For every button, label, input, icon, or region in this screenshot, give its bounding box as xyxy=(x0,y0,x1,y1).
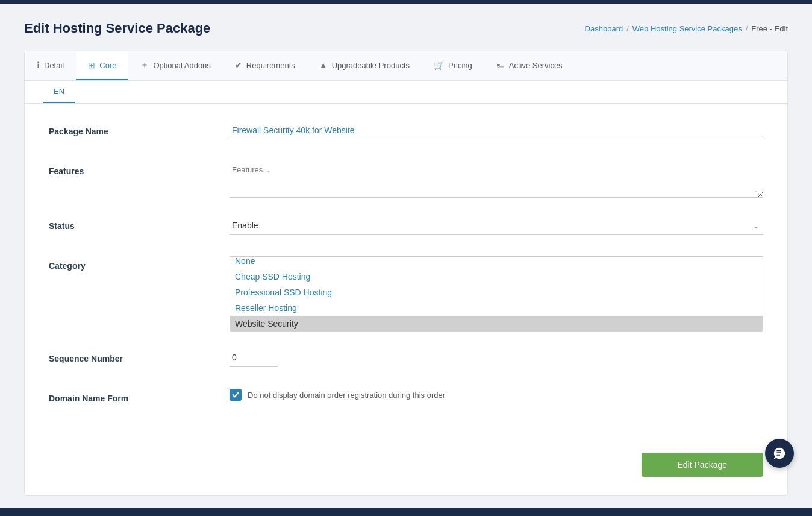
tab-active-services[interactable]: 🏷 Active Services xyxy=(484,51,575,80)
form-row-features: Features ⋱ xyxy=(49,162,763,200)
breadcrumb-current: Free - Edit xyxy=(751,24,788,33)
tab-pricing[interactable]: 🛒 Pricing xyxy=(422,51,484,80)
chat-button[interactable] xyxy=(765,439,794,468)
domain-checkbox-row: Do not display domain order registration… xyxy=(230,389,763,401)
form-row-status: Status Enable Disable ⌄ xyxy=(49,216,763,239)
sequence-label: Sequence Number xyxy=(49,349,230,363)
features-control: ⋱ xyxy=(230,162,763,200)
main-card: ℹ Detail ⊞ Core ＋ Optional Addons ✔ Requ… xyxy=(24,51,788,496)
plus-icon: ＋ xyxy=(140,60,149,71)
tab-detail-label: Detail xyxy=(44,61,64,70)
tab-bar: ℹ Detail ⊞ Core ＋ Optional Addons ✔ Requ… xyxy=(25,51,787,81)
tab-requirements[interactable]: ✔ Requirements xyxy=(223,51,307,80)
package-name-control xyxy=(230,122,763,139)
category-listbox-wrap: None Cheap SSD Hosting Professional SSD … xyxy=(230,256,763,332)
breadcrumb-sep-2: / xyxy=(746,24,748,33)
edit-package-button[interactable]: Edit Package xyxy=(642,453,764,477)
tab-pricing-label: Pricing xyxy=(448,61,472,70)
lang-tab-en[interactable]: EN xyxy=(43,81,75,103)
tab-core-label: Core xyxy=(99,61,116,70)
package-name-label: Package Name xyxy=(49,122,230,136)
grid-icon: ⊞ xyxy=(88,60,95,70)
tag-icon: 🏷 xyxy=(496,60,505,70)
form-row-category: Category None Cheap SSD Hosting Professi… xyxy=(49,256,763,332)
info-icon: ℹ xyxy=(37,60,40,70)
domain-checkbox-label: Do not display domain order registration… xyxy=(248,391,445,400)
tab-core[interactable]: ⊞ Core xyxy=(76,51,128,80)
package-name-input[interactable] xyxy=(230,122,763,139)
category-control: None Cheap SSD Hosting Professional SSD … xyxy=(230,256,763,332)
category-listbox[interactable]: None Cheap SSD Hosting Professional SSD … xyxy=(230,257,763,332)
status-label: Status xyxy=(49,216,230,231)
status-control: Enable Disable ⌄ xyxy=(230,216,763,235)
page-title: Edit Hosting Service Package xyxy=(24,20,210,36)
arrow-up-icon: ▲ xyxy=(319,60,328,70)
status-select[interactable]: Enable Disable xyxy=(230,216,763,234)
check-icon xyxy=(232,391,239,398)
breadcrumb: Dashboard / Web Hosting Service Packages… xyxy=(585,24,788,33)
form-row-sequence: Sequence Number xyxy=(49,349,763,372)
status-select-wrap: Enable Disable ⌄ xyxy=(230,216,763,235)
tab-optional-addons[interactable]: ＋ Optional Addons xyxy=(128,51,222,80)
sequence-control xyxy=(230,349,763,367)
form-row-package-name: Package Name xyxy=(49,122,763,145)
submit-row: Edit Package xyxy=(25,447,787,495)
textarea-resize-handle: ⋱ xyxy=(755,190,762,198)
tab-optional-addons-label: Optional Addons xyxy=(153,61,210,70)
domain-checkbox[interactable] xyxy=(230,389,242,401)
tab-active-services-label: Active Services xyxy=(509,61,563,70)
tab-upgradeable-products[interactable]: ▲ Upgradeable Products xyxy=(307,51,422,80)
cart-icon: 🛒 xyxy=(434,60,444,70)
tab-detail[interactable]: ℹ Detail xyxy=(25,51,76,80)
breadcrumb-dashboard[interactable]: Dashboard xyxy=(585,24,623,33)
sequence-input[interactable] xyxy=(230,349,278,367)
domain-name-form-control: Do not display domain order registration… xyxy=(230,389,763,401)
breadcrumb-packages[interactable]: Web Hosting Service Packages xyxy=(632,24,742,33)
breadcrumb-sep-1: / xyxy=(626,24,629,33)
footer: Copyright © 2023 All Rights Reserved. Po… xyxy=(0,508,812,516)
lang-tab-row: EN xyxy=(25,81,787,104)
form-row-domain: Domain Name Form Do not display domain o… xyxy=(49,389,763,412)
domain-name-form-label: Domain Name Form xyxy=(49,389,230,403)
category-label: Category xyxy=(49,256,230,271)
features-label: Features xyxy=(49,162,230,176)
features-textarea[interactable] xyxy=(230,162,763,198)
tab-upgradeable-products-label: Upgradeable Products xyxy=(332,61,410,70)
chat-icon xyxy=(773,447,786,460)
tab-requirements-label: Requirements xyxy=(246,61,295,70)
check-icon: ✔ xyxy=(235,60,242,70)
form-body: Package Name Features ⋱ Status xyxy=(25,104,787,447)
